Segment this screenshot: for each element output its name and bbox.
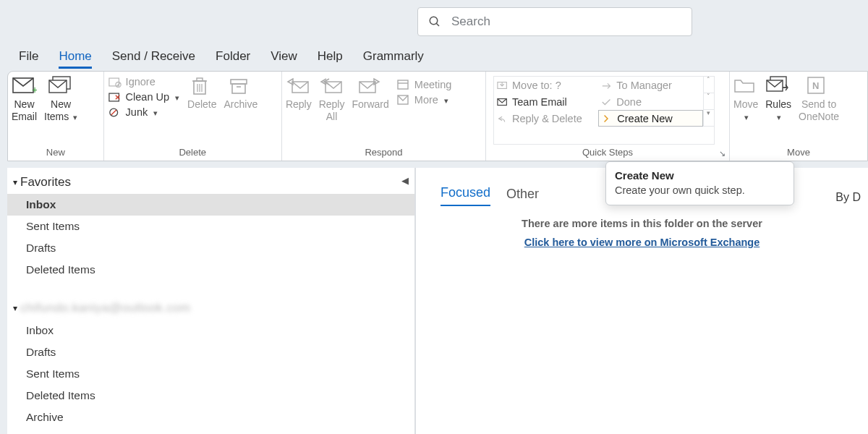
- chevron-down-icon: ˅: [704, 93, 714, 110]
- meeting-button[interactable]: Meeting: [397, 79, 452, 90]
- group-quick-steps: Move to: ? To Manager ˄ Team Email Done …: [486, 72, 730, 161]
- svg-rect-20: [231, 80, 247, 84]
- chevron-down-icon: [174, 91, 179, 103]
- ignore-button[interactable]: Ignore: [109, 76, 179, 88]
- chevron-down-icon: ▾: [13, 177, 17, 187]
- group-respond: Reply Reply All Forward Meeting More: [282, 72, 486, 161]
- group-label-quick: Quick Steps: [486, 145, 729, 161]
- tab-folder[interactable]: Folder: [216, 49, 250, 69]
- cleanup-button[interactable]: Clean Up: [109, 91, 179, 103]
- collapse-pane-icon[interactable]: ◀: [401, 175, 409, 186]
- trash-icon: [190, 76, 214, 95]
- chevron-down-icon: [152, 106, 158, 118]
- tab-file[interactable]: File: [19, 49, 38, 69]
- qs-move-to[interactable]: Move to: ?: [494, 77, 598, 93]
- tab-send-receive[interactable]: Send / Receive: [112, 49, 195, 69]
- folder-deleted-items-acct[interactable]: Deleted Items: [7, 385, 414, 407]
- chevron-down-icon: [775, 111, 781, 122]
- folder-drafts[interactable]: Drafts: [7, 237, 414, 259]
- tooltip-title: Create New: [615, 169, 785, 182]
- mail-icon: +: [12, 76, 37, 95]
- svg-text:+: +: [32, 84, 37, 95]
- new-items-button[interactable]: New Items: [41, 72, 81, 145]
- ribbon: + New Email New Items New Ignore: [7, 71, 868, 161]
- search-icon: [428, 15, 441, 28]
- folder-icon: [733, 76, 758, 95]
- svg-rect-21: [232, 84, 245, 93]
- junk-button[interactable]: Junk: [109, 106, 179, 118]
- search-placeholder: Search: [451, 14, 490, 29]
- search-box[interactable]: Search: [417, 7, 692, 36]
- rules-icon: [766, 76, 791, 95]
- folder-archive-acct[interactable]: Archive: [7, 407, 414, 428]
- folder-pane: ◀ ▾ Favorites Inbox Sent Items Drafts De…: [7, 168, 415, 434]
- forward-button[interactable]: Forward: [348, 72, 392, 145]
- svg-line-1: [436, 23, 439, 26]
- tab-view[interactable]: View: [271, 49, 297, 69]
- reply-all-icon: [320, 76, 344, 95]
- group-move: Move Rules N Send to OneNote Move: [730, 72, 867, 161]
- group-label-delete: Delete: [104, 145, 281, 161]
- more-button[interactable]: More: [397, 94, 452, 106]
- onenote-icon: N: [807, 76, 831, 95]
- qs-spinner-more[interactable]: ▾: [703, 110, 714, 127]
- tooltip-create-new: Create New Create your own quick step.: [605, 161, 794, 205]
- reply-icon: [286, 76, 311, 95]
- chevron-down-icon: [443, 94, 448, 106]
- svg-text:N: N: [812, 80, 819, 91]
- account-header[interactable]: ▾ chifundo.kaniya@outlook.com: [7, 294, 414, 320]
- menu-tabs: File Home Send / Receive Folder View Hel…: [19, 49, 424, 69]
- send-to-onenote-button[interactable]: N Send to OneNote: [795, 72, 843, 145]
- tab-grammarly[interactable]: Grammarly: [363, 49, 424, 69]
- folder-deleted-items[interactable]: Deleted Items: [7, 259, 414, 281]
- qs-done[interactable]: Done: [598, 93, 702, 110]
- svg-point-0: [430, 17, 438, 25]
- sort-by-label[interactable]: By D: [835, 191, 861, 204]
- folder-inbox-acct[interactable]: Inbox: [7, 320, 414, 341]
- forward-icon: [358, 76, 383, 95]
- archive-icon: [229, 76, 253, 95]
- group-label-new: New: [8, 145, 103, 161]
- more-items-msg: There are more items in this folder on t…: [416, 218, 868, 229]
- tab-help[interactable]: Help: [318, 49, 343, 69]
- qs-spinner-up[interactable]: ˄: [703, 77, 714, 93]
- quick-steps-grid: Move to: ? To Manager ˄ Team Email Done …: [493, 76, 715, 145]
- reply-button[interactable]: Reply: [282, 72, 315, 145]
- qs-to-manager[interactable]: To Manager: [598, 77, 702, 93]
- chevron-up-icon: ˄: [704, 77, 714, 93]
- qs-spinner-down[interactable]: ˅: [703, 93, 714, 110]
- svg-rect-26: [398, 80, 408, 89]
- message-list-pane: Focused Other By D There are more items …: [415, 168, 868, 434]
- folder-drafts-acct[interactable]: Drafts: [7, 341, 414, 363]
- tab-other[interactable]: Other: [506, 187, 539, 206]
- qs-reply-delete[interactable]: Reply & Delete: [494, 110, 598, 127]
- archive-button[interactable]: Archive: [221, 72, 262, 145]
- delete-button[interactable]: Delete: [184, 72, 220, 145]
- svg-rect-19: [197, 78, 203, 81]
- group-label-respond: Respond: [282, 145, 485, 161]
- chevron-down-icon: [72, 111, 77, 122]
- move-button[interactable]: Move: [730, 72, 762, 145]
- tab-focused[interactable]: Focused: [441, 185, 490, 206]
- view-more-link-wrap: Click here to view more on Microsoft Exc…: [416, 237, 868, 248]
- view-more-link[interactable]: Click here to view more on Microsoft Exc…: [524, 237, 760, 248]
- dialog-launcher-icon[interactable]: ↘: [719, 149, 726, 158]
- tab-home[interactable]: Home: [59, 49, 91, 69]
- folder-sent-items[interactable]: Sent Items: [7, 216, 414, 237]
- new-email-button[interactable]: + New Email: [8, 72, 41, 145]
- chevron-down-icon: [743, 111, 749, 122]
- mail-stack-icon: [48, 76, 73, 95]
- group-delete: Ignore Clean Up Junk Delete: [104, 72, 282, 161]
- qs-create-new[interactable]: Create New: [598, 110, 702, 127]
- rules-button[interactable]: Rules: [762, 72, 795, 145]
- group-new: + New Email New Items New: [8, 72, 104, 161]
- favorites-header[interactable]: ▾ Favorites: [7, 168, 414, 194]
- group-label-move: Move: [730, 145, 867, 161]
- chevron-down-icon: ▾: [13, 303, 17, 313]
- folder-inbox[interactable]: Inbox: [7, 194, 414, 216]
- reply-all-button[interactable]: Reply All: [315, 72, 349, 145]
- more-icon: ▾: [704, 110, 714, 127]
- svg-line-13: [111, 109, 116, 114]
- folder-sent-items-acct[interactable]: Sent Items: [7, 363, 414, 385]
- qs-team-email[interactable]: Team Email: [494, 93, 598, 110]
